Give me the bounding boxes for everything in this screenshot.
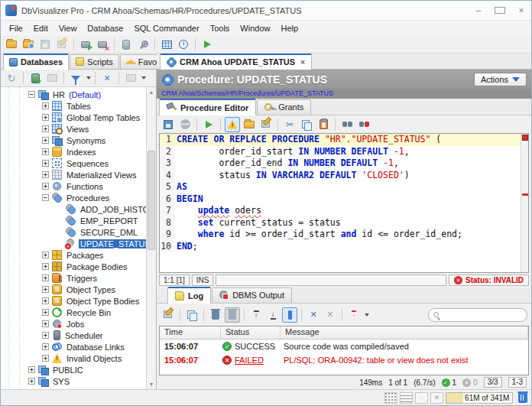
save-as-button[interactable] xyxy=(54,37,70,52)
row-height-button[interactable]: · xyxy=(346,307,362,323)
refresh-button[interactable]: ↻ xyxy=(4,70,19,86)
menu-item-help[interactable]: Help xyxy=(275,22,303,34)
tree-expander-plus[interactable]: + xyxy=(42,286,49,293)
tree-expander-plus[interactable]: + xyxy=(42,137,49,144)
error-stripe-top-marker[interactable] xyxy=(522,135,528,141)
log-search-input[interactable] xyxy=(442,310,522,319)
log-edit-button[interactable] xyxy=(161,307,176,323)
tree-expander-plus[interactable]: + xyxy=(42,160,49,167)
save-button[interactable] xyxy=(37,37,53,52)
execute-procedure-button[interactable] xyxy=(201,117,216,132)
tree-scrollbar[interactable]: ▲ ▼ xyxy=(146,87,156,389)
list-view-button[interactable] xyxy=(400,392,413,404)
close-button[interactable]: × xyxy=(516,5,527,16)
tree-item-database-links[interactable]: +Database Links xyxy=(1,341,146,352)
tab-grants[interactable]: Grants xyxy=(257,99,311,115)
settings-gear-button[interactable]: ◌ xyxy=(415,392,428,404)
show-errors-toggle[interactable]: ! xyxy=(225,117,240,132)
open-file-button[interactable] xyxy=(4,37,19,52)
tree-item-functions[interactable]: +Functions xyxy=(1,180,146,192)
sql-commander-button[interactable] xyxy=(159,37,174,52)
tab-procedure-editor[interactable]: Procedure Editor xyxy=(159,99,256,115)
scroll-to-top-button[interactable]: ↑ xyxy=(248,307,264,323)
column-header-time[interactable]: Time xyxy=(160,326,221,339)
tree-expander-plus[interactable]: + xyxy=(42,183,49,190)
tree-expander-plus[interactable]: + xyxy=(42,263,49,270)
tree-item-recycle-bin[interactable]: +Recycle Bin xyxy=(1,307,146,318)
find-replace-button[interactable] xyxy=(356,117,371,132)
code-line-6[interactable]: 6BEGIN xyxy=(160,193,521,206)
log-copy-button[interactable] xyxy=(184,307,200,323)
code-area[interactable]: 1CREATE OR REPLACE PROCEDURE "HR"."UPDAT… xyxy=(160,134,521,272)
scroll-thumb[interactable] xyxy=(148,151,155,250)
tree-item-invalid-objects[interactable]: +Invalid Objects xyxy=(1,352,146,364)
code-line-2[interactable]: 2 order_id_start IN NUMBER DEFAULT -1, xyxy=(160,146,521,158)
tree-item-object-types[interactable]: +Object Types xyxy=(1,284,146,295)
sql-editor[interactable]: 1CREATE OR REPLACE PROCEDURE "HR"."UPDAT… xyxy=(159,133,529,273)
compile-save-button[interactable] xyxy=(161,117,176,132)
minimize-button[interactable]: – xyxy=(473,5,484,16)
tree-item-scheduler[interactable]: +Scheduler xyxy=(1,330,146,341)
tree-expander-plus[interactable]: + xyxy=(42,125,49,132)
tree-item-indexes[interactable]: +Indexes xyxy=(1,146,146,158)
object-tab-update-status[interactable]: CRM Ahoa UPDATE_STATUS × xyxy=(160,54,312,70)
disconnect-button[interactable] xyxy=(95,37,110,52)
tree-expander-minus[interactable]: − xyxy=(42,194,49,201)
menu-item-file[interactable]: File xyxy=(4,22,28,34)
tree-item-packages[interactable]: +Packages xyxy=(1,249,146,261)
tab-log[interactable]: Log xyxy=(167,287,211,304)
code-line-1[interactable]: 1CREATE OR REPLACE PROCEDURE "HR"."UPDAT… xyxy=(160,134,521,146)
filter-button[interactable] xyxy=(68,70,83,86)
tree-item-add-job-history[interactable]: ADD_JOB_HISTORY xyxy=(1,203,146,215)
tree-expander-plus[interactable]: + xyxy=(42,297,49,304)
column-header-status[interactable]: Status xyxy=(221,326,281,339)
tail-mode-toggle[interactable] xyxy=(282,307,297,323)
tree-expander-plus[interactable]: + xyxy=(42,148,49,155)
tree-item-jobs[interactable]: +Jobs xyxy=(1,318,146,330)
open-recent-button[interactable] xyxy=(21,37,36,52)
create-connection-button[interactable] xyxy=(28,70,43,86)
menu-item-edit[interactable]: Edit xyxy=(28,22,54,34)
menu-item-database[interactable]: Database xyxy=(82,22,128,34)
paste-button[interactable] xyxy=(316,117,331,132)
tree-item-object-type-bodies[interactable]: +Object Type Bodies xyxy=(1,295,146,307)
tab-databases[interactable]: Databases xyxy=(3,54,69,70)
tree-item-views[interactable]: +Views xyxy=(1,123,146,135)
cancel-button[interactable]: ✕ xyxy=(430,392,443,404)
tree-item-global-temp-tables[interactable]: +Global Temp Tables xyxy=(1,112,146,123)
code-line-3[interactable]: 3 order_id_end IN NUMBER DEFAULT -1, xyxy=(160,158,521,170)
expand-rows-button[interactable]: ✕ xyxy=(306,307,321,323)
menu-item-tools[interactable]: Tools xyxy=(205,22,235,34)
log-search[interactable] xyxy=(428,308,527,322)
find-button[interactable] xyxy=(339,117,355,132)
garbage-collect-icon[interactable] xyxy=(518,393,527,403)
tree-expander-plus[interactable]: + xyxy=(42,332,49,339)
tree-expander-plus[interactable]: + xyxy=(42,320,49,327)
menu-item-sql-commander[interactable]: SQL Commander xyxy=(128,22,204,34)
copy-button[interactable] xyxy=(299,117,314,132)
tab-close-icon[interactable]: × xyxy=(300,58,305,67)
edit-button[interactable] xyxy=(258,117,274,132)
filter-dropdown-caret[interactable] xyxy=(86,76,91,80)
code-line-7[interactable]: 7 update oders xyxy=(160,205,521,217)
tree-item-synonyms[interactable]: +Synonyms xyxy=(1,135,146,146)
database-button[interactable] xyxy=(118,37,134,52)
log-row[interactable]: 15:06:07✕FAILEDPL/SQL: ORA-00942: table … xyxy=(160,353,528,367)
scroll-up-arrow[interactable]: ▲ xyxy=(147,87,156,97)
tree-expander-plus[interactable]: + xyxy=(42,343,49,350)
code-line-4[interactable]: 4 status IN VARCHAR2 DEFAULT 'CLOSED') xyxy=(160,170,521,182)
tree-item-public[interactable]: +PUBLIC xyxy=(1,364,146,375)
tree-item-sys[interactable]: +SYS xyxy=(1,375,146,387)
code-line-9[interactable]: 9 where id >= order_id_start and id <= o… xyxy=(160,229,521,241)
scheduler-button[interactable] xyxy=(176,37,191,52)
code-line-5[interactable]: 5AS xyxy=(160,181,521,193)
clear-on-execute-toggle[interactable] xyxy=(225,307,240,323)
tree-expander-plus[interactable]: + xyxy=(42,309,49,316)
clear-log-button[interactable] xyxy=(208,307,223,323)
tree-item-update-status[interactable]: UPDATE_STATUS xyxy=(1,238,146,249)
create-folder-button[interactable] xyxy=(44,70,60,86)
tab-dbms-output[interactable]: DBMS Output xyxy=(212,287,292,303)
actions-button[interactable]: Actions xyxy=(474,73,527,86)
tree-expander-plus[interactable]: + xyxy=(42,252,49,258)
connect-button[interactable] xyxy=(78,37,93,52)
